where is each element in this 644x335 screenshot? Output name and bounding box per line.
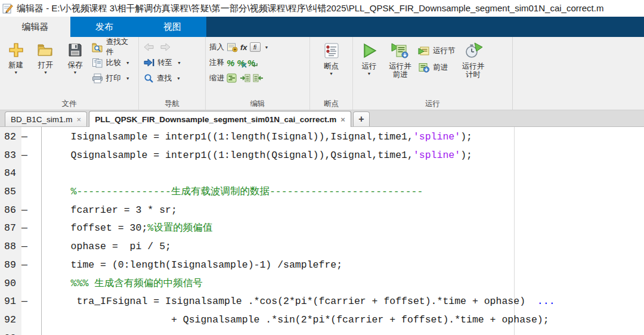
breakpoints-button[interactable]: 断点 ▼ <box>317 39 346 76</box>
close-icon[interactable]: × <box>340 116 345 123</box>
executable-line-marker[interactable]: — <box>21 256 42 275</box>
save-dropdown-icon[interactable]: ▼ <box>73 70 77 75</box>
indent-left-icon[interactable] <box>253 73 264 83</box>
code-text[interactable]: + Qsignalsample .*sin(2*pi*(fcarrier + f… <box>42 311 549 330</box>
code-text[interactable]: %----------------生成有载波调制的数据-------------… <box>42 183 423 201</box>
code-line[interactable]: 89— time = (0:length(Isignalsample)-1) /… <box>0 256 644 275</box>
goto-label: 转至 <box>157 58 172 68</box>
wrap-comment-icon[interactable]: % <box>247 58 255 68</box>
executable-line-marker[interactable] <box>21 165 42 183</box>
run-section-button[interactable]: 运行节 <box>416 43 457 58</box>
line-number[interactable]: 86 <box>0 201 21 220</box>
open-dropdown-icon[interactable]: ▼ <box>44 70 48 75</box>
ribbon-tab-editor[interactable]: 编辑器 <box>0 17 70 37</box>
code-text[interactable]: %%% 生成含有频偏的中频信号 <box>42 275 203 293</box>
forward-icon[interactable] <box>160 43 171 51</box>
find-files-button[interactable]: 查找文件 <box>90 39 137 55</box>
code-text[interactable] <box>42 165 47 183</box>
executable-line-marker[interactable] <box>21 183 42 201</box>
comment-icon[interactable]: % <box>227 58 234 68</box>
open-label: 打开 <box>38 61 53 69</box>
line-number[interactable]: 85 <box>0 183 21 201</box>
code-line[interactable]: 82— Isignalsample = interp1((1:length(Is… <box>0 128 644 147</box>
code-line[interactable]: 92 + Qsignalsample .*sin(2*pi*(fcarrier … <box>0 311 644 330</box>
code-text[interactable]: foffset = 30;%设置的频偏值 <box>42 219 212 238</box>
insert-dropdown-icon[interactable]: ▼ <box>265 45 269 49</box>
line-number[interactable]: 82 <box>0 128 21 147</box>
find-button[interactable]: 查找 ▼ <box>140 70 204 86</box>
code-text[interactable]: tra_IFsignal = Isignalsample .*cos(2*pi*… <box>42 293 555 311</box>
goto-dropdown-icon[interactable]: ▼ <box>177 61 181 65</box>
code-line[interactable]: 83— Qsignalsample = interp1((1:length(Qs… <box>0 147 644 165</box>
run-button[interactable]: 运行 ▼ <box>354 39 384 79</box>
ribbon-tab-filler <box>206 17 644 37</box>
code-editor[interactable]: 82— Isignalsample = interp1((1:length(Is… <box>0 127 644 335</box>
line-number[interactable]: 91 <box>0 293 21 311</box>
line-number[interactable]: 90 <box>0 275 21 293</box>
insert-section-icon[interactable] <box>227 42 238 52</box>
insert-function-icon[interactable]: fi <box>250 42 261 52</box>
compare-dropdown-icon[interactable]: ▼ <box>126 61 130 65</box>
executable-line-marker[interactable]: — <box>21 219 42 238</box>
line-number[interactable]: 88 <box>0 238 21 256</box>
line-number[interactable]: 92 <box>0 311 21 330</box>
executable-line-marker[interactable]: — <box>21 238 42 256</box>
code-line[interactable]: 88— ophase = pi / 5; <box>0 238 644 256</box>
close-icon[interactable]: × <box>77 116 82 123</box>
print-button[interactable]: 打印 ▼ <box>90 70 137 86</box>
find-label: 查找 <box>157 73 172 83</box>
ribbon-tab-strip: 编辑器 发布 视图 <box>0 17 644 37</box>
ribbon-tab-view[interactable]: 视图 <box>138 17 206 37</box>
code-text[interactable]: time = (0:length(Isignalsample)-1) /samp… <box>42 256 342 275</box>
code-text[interactable]: fcarrier = 3 * sr; <box>42 201 177 220</box>
save-button[interactable]: 保存 ▼ <box>60 39 90 86</box>
code-text[interactable]: Qsignalsample = interp1((1:length(Qsigna… <box>42 147 472 165</box>
line-number[interactable]: 89 <box>0 256 21 275</box>
code-line[interactable]: 84 <box>0 165 644 183</box>
run-and-time-button[interactable]: 运行并 计时 <box>457 39 490 79</box>
executable-line-marker[interactable] <box>21 330 42 335</box>
code-text[interactable]: ophase = pi / 5; <box>42 238 171 256</box>
code-line[interactable]: 91— tra_IFsignal = Isignalsample .*cos(2… <box>0 293 644 311</box>
breakpoints-dropdown-icon[interactable]: ▼ <box>329 72 333 76</box>
executable-line-marker[interactable]: — <box>21 147 42 165</box>
executable-line-marker[interactable]: — <box>21 293 42 311</box>
code-line[interactable]: 85 %----------------生成有载波调制的数据----------… <box>0 183 644 201</box>
run-dropdown-icon[interactable]: ▼ <box>367 72 371 76</box>
advance-button[interactable]: 前进 <box>416 60 457 75</box>
save-icon <box>67 42 83 58</box>
uncomment-icon[interactable]: % <box>237 58 244 68</box>
executable-line-marker[interactable]: — <box>21 201 42 220</box>
find-dropdown-icon[interactable]: ▼ <box>177 76 181 80</box>
executable-line-marker[interactable] <box>21 275 42 293</box>
code-text[interactable]: Isignalsample = interp1((1:length(Isigna… <box>42 128 472 147</box>
code-line[interactable]: 90 %%% 生成含有频偏的中频信号 <box>0 275 644 293</box>
smart-indent-icon[interactable] <box>227 73 237 83</box>
indent-right-icon[interactable] <box>240 73 250 83</box>
executable-line-marker[interactable] <box>21 311 42 330</box>
new-script-button[interactable]: 新建 ▼ <box>1 39 31 86</box>
run-and-advance-icon <box>391 42 410 60</box>
code-text[interactable] <box>42 330 47 335</box>
new-dropdown-icon[interactable]: ▼ <box>14 70 18 75</box>
executable-line-marker[interactable]: — <box>21 128 42 147</box>
print-dropdown-icon[interactable]: ▼ <box>126 76 130 80</box>
ribbon-tab-publish[interactable]: 发布 <box>70 17 138 37</box>
line-number[interactable]: 83 <box>0 147 21 165</box>
line-number[interactable]: 87 <box>0 219 21 238</box>
line-number[interactable]: 93 <box>0 330 21 335</box>
back-icon[interactable] <box>144 43 154 51</box>
code-line[interactable]: 87— foffset = 30;%设置的频偏值 <box>0 219 644 238</box>
insert-fx-icon[interactable]: fx <box>240 43 247 52</box>
doc-tab-pll-qpsk-active[interactable]: PLL_QPSK_FIR_Downsample_segment_sim01N_c… <box>89 111 351 127</box>
line-number[interactable]: 84 <box>0 165 21 183</box>
run-and-advance-button[interactable]: 运行并 前进 <box>384 39 416 79</box>
new-document-tab-button[interactable]: + <box>353 111 370 126</box>
compare-button[interactable]: 比较 ▼ <box>90 55 137 70</box>
doc-tab-bd-b1c-sim1[interactable]: BD_B1C_sim1.m × <box>5 111 87 126</box>
doc-tab-label: PLL_QPSK_FIR_Downsample_segment_sim01N_c… <box>95 115 336 124</box>
code-line[interactable]: 93 <box>0 330 644 335</box>
code-line[interactable]: 86— fcarrier = 3 * sr; <box>0 201 644 220</box>
goto-button[interactable]: 转至 ▼ <box>140 55 204 70</box>
open-button[interactable]: 打开 ▼ <box>31 39 61 86</box>
